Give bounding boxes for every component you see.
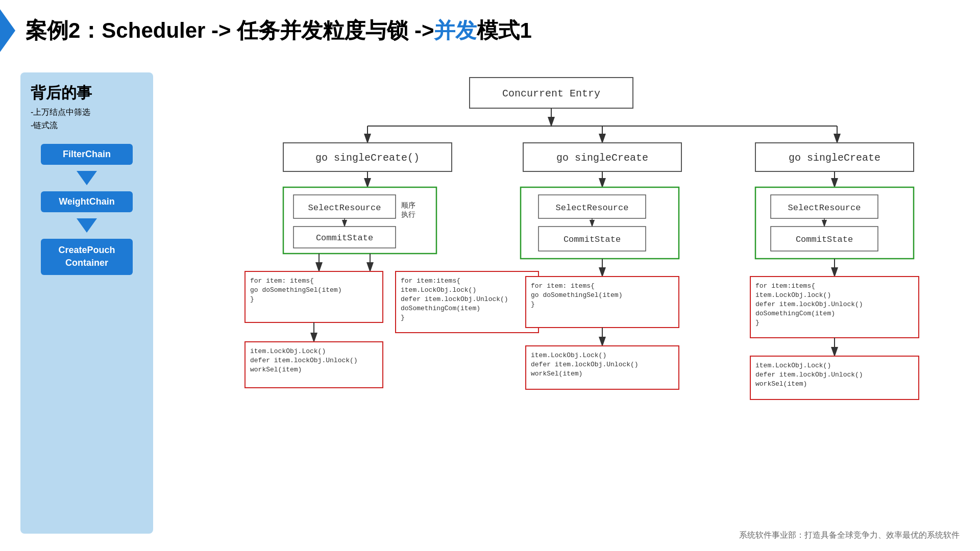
- svg-text:for item: items{: for item: items{: [531, 282, 595, 290]
- svg-text:workSel(item): workSel(item): [250, 366, 302, 373]
- weight-chain-node: WeightChain: [41, 191, 133, 212]
- flow-diagram: Concurrent Entry go singleCreate() Selec…: [174, 72, 960, 532]
- svg-text:defer item.lockObj.Unlock(): defer item.lockObj.Unlock(): [755, 371, 863, 379]
- svg-text:item.LockObj.Lock(): item.LockObj.Lock(): [755, 362, 831, 369]
- svg-text:go singleCreate(): go singleCreate(): [315, 152, 420, 164]
- title-highlight: 并发: [434, 18, 477, 42]
- svg-text:doSomethingCom(item): doSomethingCom(item): [755, 310, 835, 317]
- sidebar-box: 背后的事 -上万结点中筛选 -链式流 FilterChain WeightCha…: [20, 72, 153, 534]
- page-title: 案例2：Scheduler -> 任务并发粒度与锁 ->并发模式1: [26, 16, 532, 45]
- svg-text:defer item.lockObj.Unlock(): defer item.lockObj.Unlock(): [755, 300, 863, 308]
- svg-text:item.LockObj.Lock(): item.LockObj.Lock(): [250, 347, 326, 355]
- svg-text:go singleCreate: go singleCreate: [556, 152, 648, 164]
- svg-text:for item:items{: for item:items{: [755, 282, 815, 290]
- svg-text:go doSomethingSel(item): go doSomethingSel(item): [531, 291, 622, 299]
- svg-text:doSomethingCom(item): doSomethingCom(item): [401, 305, 480, 312]
- diagram-area: Concurrent Entry go singleCreate() Selec…: [174, 72, 960, 534]
- svg-text:}: }: [250, 295, 254, 303]
- create-pouch-node: CreatePouchContainer: [41, 239, 133, 274]
- svg-text:顺序: 顺序: [401, 201, 415, 209]
- arrow-icon-2: [77, 218, 97, 233]
- svg-text:item.LockObj.lock(): item.LockObj.lock(): [401, 286, 476, 294]
- sidebar-title: 背后的事: [31, 83, 92, 104]
- svg-text:item.LockObj.Lock(): item.LockObj.Lock(): [531, 352, 606, 359]
- svg-text:SelectResource: SelectResource: [308, 203, 381, 213]
- svg-text:}: }: [531, 300, 535, 308]
- svg-text:go doSomethingSel(item): go doSomethingSel(item): [250, 286, 341, 294]
- title-part1: 案例2：Scheduler -> 任务并发粒度与锁 ->: [26, 18, 434, 42]
- svg-text:go singleCreate: go singleCreate: [789, 152, 880, 164]
- main-content: 背后的事 -上万结点中筛选 -链式流 FilterChain WeightCha…: [0, 57, 980, 549]
- footer-note: 系统软件事业部：打造具备全球竞争力、效率最优的系统软件: [739, 530, 960, 541]
- svg-text:for item:items{: for item:items{: [401, 277, 460, 285]
- svg-text:for item: items{: for item: items{: [250, 277, 314, 285]
- svg-text:item.LockObj.lock(): item.LockObj.lock(): [755, 291, 831, 299]
- svg-text:workSel(item): workSel(item): [531, 370, 582, 378]
- svg-text:CommitState: CommitState: [564, 235, 621, 244]
- filter-chain-node: FilterChain: [41, 144, 133, 165]
- concurrent-entry-label: Concurrent Entry: [502, 88, 600, 99]
- svg-text:defer item.lockObj.Unlock(): defer item.lockObj.Unlock(): [401, 295, 508, 303]
- svg-text:CommitState: CommitState: [796, 235, 853, 244]
- svg-text:defer item.lockObj.Unlock(): defer item.lockObj.Unlock(): [250, 357, 358, 364]
- svg-text:SelectResource: SelectResource: [556, 203, 629, 213]
- arrow-icon-1: [77, 171, 97, 185]
- svg-text:SelectResource: SelectResource: [788, 203, 861, 213]
- svg-text:CommitState: CommitState: [316, 233, 373, 243]
- sidebar-desc: -上万结点中筛选 -链式流: [31, 106, 90, 132]
- svg-text:执行: 执行: [401, 210, 415, 218]
- svg-text:}: }: [755, 319, 760, 327]
- title-part2: 模式1: [477, 18, 531, 42]
- header-triangle-icon: [0, 9, 15, 52]
- svg-text:workSel(item): workSel(item): [755, 380, 807, 388]
- svg-text:defer item.lockObj.Unlock(): defer item.lockObj.Unlock(): [531, 361, 639, 368]
- svg-text:}: }: [401, 314, 405, 321]
- page-header: 案例2：Scheduler -> 任务并发粒度与锁 ->并发模式1: [0, 0, 980, 57]
